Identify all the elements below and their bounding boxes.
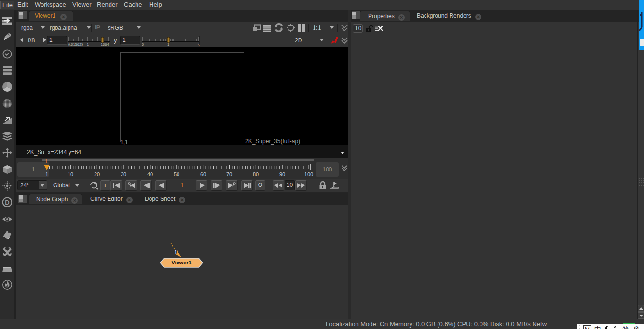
svg-text:60: 60: [200, 171, 206, 177]
svg-text:50: 50: [174, 171, 179, 177]
svg-text:1: 1: [45, 171, 48, 177]
svg-text:Viewer1: Viewer1: [171, 260, 191, 265]
svg-text:1: 1: [45, 159, 48, 164]
svg-text:1: 1: [87, 42, 89, 46]
svg-text:40: 40: [147, 171, 153, 177]
svg-text:0.015625: 0.015625: [68, 42, 83, 46]
svg-text:30: 30: [121, 171, 126, 177]
svg-text:D: D: [5, 199, 9, 206]
svg-text:20: 20: [94, 171, 100, 177]
svg-text:70: 70: [226, 171, 232, 177]
svg-text:10: 10: [68, 171, 73, 177]
svg-text:100: 100: [304, 171, 313, 177]
svg-text:80: 80: [253, 171, 259, 177]
svg-text:0: 0: [142, 42, 144, 46]
svg-text:90: 90: [279, 171, 285, 177]
svg-text:1064: 1064: [101, 42, 109, 46]
svg-text:1: 1: [167, 42, 169, 46]
